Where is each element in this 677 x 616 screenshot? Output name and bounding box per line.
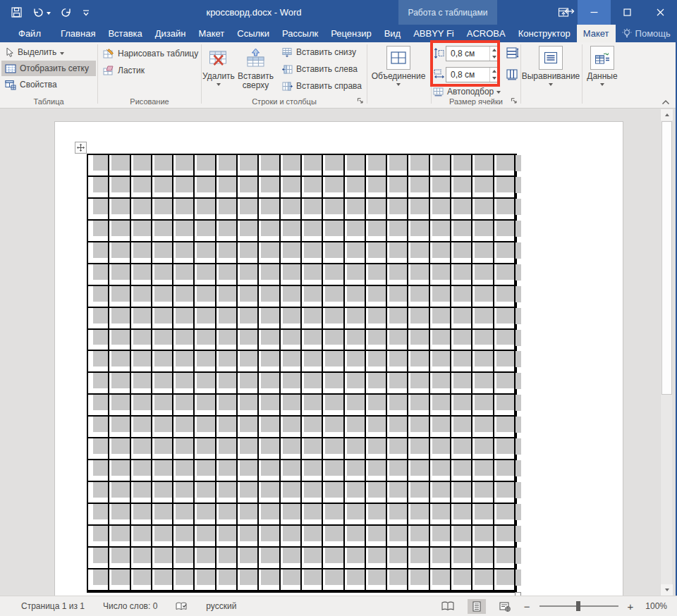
table-cell[interactable] (216, 264, 238, 286)
table-cell[interactable] (88, 526, 109, 548)
draw-table-button[interactable]: Нарисовать таблицу (99, 46, 200, 61)
table-cell[interactable] (472, 199, 494, 221)
table-cell[interactable] (366, 395, 387, 417)
table-cell[interactable] (109, 373, 130, 395)
table-cell[interactable] (408, 482, 429, 504)
table-cell[interactable] (323, 308, 344, 330)
table-cell[interactable] (472, 242, 494, 264)
table-cell[interactable] (302, 548, 323, 569)
table-cell[interactable] (387, 199, 408, 221)
table-cell[interactable] (259, 569, 280, 591)
table-cell[interactable] (387, 438, 408, 460)
table-cell[interactable] (302, 395, 323, 417)
table-cell[interactable] (152, 330, 173, 352)
table-cell[interactable] (323, 330, 344, 352)
table-cell[interactable] (281, 395, 302, 417)
table-cell[interactable] (472, 482, 494, 504)
table-cell[interactable] (152, 504, 173, 526)
table-cell[interactable] (173, 155, 195, 177)
table-cell[interactable] (281, 548, 302, 569)
table-cell[interactable] (109, 504, 130, 526)
table-cell[interactable] (88, 548, 109, 569)
table-cell[interactable] (88, 351, 109, 373)
table-cell[interactable] (109, 221, 130, 242)
table-cell[interactable] (131, 177, 152, 199)
table-cell[interactable] (152, 417, 173, 438)
table-cell[interactable] (195, 438, 216, 460)
table-cell[interactable] (451, 177, 472, 199)
table-cell[interactable] (302, 504, 323, 526)
redo-icon[interactable] (61, 7, 72, 18)
table-cell[interactable] (152, 199, 173, 221)
column-width-decrement-button[interactable] (490, 75, 498, 82)
table-cell[interactable] (195, 242, 216, 264)
table-cell[interactable] (173, 548, 195, 569)
table-cell[interactable] (430, 395, 451, 417)
table-cell[interactable] (387, 460, 408, 482)
table-cell[interactable] (323, 264, 344, 286)
table-cell[interactable] (109, 330, 130, 352)
table-cell[interactable] (302, 199, 323, 221)
table-cell[interactable] (152, 548, 173, 569)
table-cell[interactable] (323, 569, 344, 591)
insert-left-button[interactable]: Вставить слева (279, 61, 365, 77)
table-cell[interactable] (216, 373, 238, 395)
scroll-up-icon[interactable] (661, 109, 673, 121)
table-cell[interactable] (238, 526, 259, 548)
save-icon[interactable] (11, 7, 22, 18)
table-cell[interactable] (494, 351, 516, 373)
table-cell[interactable] (430, 460, 451, 482)
table-cell[interactable] (387, 242, 408, 264)
table-cell[interactable] (238, 264, 259, 286)
table-cell[interactable] (451, 526, 472, 548)
table-cell[interactable] (494, 395, 516, 417)
table-cell[interactable] (259, 417, 280, 438)
table-cell[interactable] (430, 199, 451, 221)
table-cell[interactable] (109, 242, 130, 264)
table-cell[interactable] (345, 286, 366, 308)
table-cell[interactable] (152, 264, 173, 286)
table-cell[interactable] (131, 482, 152, 504)
table-cell[interactable] (302, 482, 323, 504)
table-cell[interactable] (216, 199, 238, 221)
table-cell[interactable] (451, 438, 472, 460)
maximize-button[interactable] (611, 0, 644, 25)
table-cell[interactable] (216, 308, 238, 330)
table-cell[interactable] (238, 482, 259, 504)
table-cell[interactable] (173, 417, 195, 438)
table-cell[interactable] (238, 221, 259, 242)
zoom-slider-thumb[interactable] (576, 601, 580, 611)
table-cell[interactable] (472, 155, 494, 177)
tab-design[interactable]: Дизайн (149, 25, 193, 42)
table-cell[interactable] (152, 242, 173, 264)
table-cell[interactable] (451, 482, 472, 504)
table-cell[interactable] (216, 395, 238, 417)
table-cell[interactable] (281, 482, 302, 504)
table-cell[interactable] (88, 308, 109, 330)
scrollbar-thumb[interactable] (661, 121, 672, 395)
table-cell[interactable] (451, 351, 472, 373)
table-cell[interactable] (408, 548, 429, 569)
table-cell[interactable] (281, 460, 302, 482)
table-cell[interactable] (323, 177, 344, 199)
table-cell[interactable] (472, 286, 494, 308)
tab-insert[interactable]: Вставка (102, 25, 148, 42)
table-cell[interactable] (173, 351, 195, 373)
table-cell[interactable] (173, 242, 195, 264)
table-cell[interactable] (152, 155, 173, 177)
table-cell[interactable] (494, 199, 516, 221)
table-cell[interactable] (345, 504, 366, 526)
close-button[interactable] (644, 0, 677, 25)
table-cell[interactable] (302, 242, 323, 264)
table-cell[interactable] (173, 526, 195, 548)
table-cell[interactable] (152, 221, 173, 242)
table-cell[interactable] (281, 177, 302, 199)
table-cell[interactable] (345, 264, 366, 286)
table-cell[interactable] (494, 155, 516, 177)
distribute-columns-icon[interactable] (506, 68, 519, 80)
table-cell[interactable] (238, 548, 259, 569)
tab-home[interactable]: Главная (54, 25, 102, 42)
table-cell[interactable] (238, 286, 259, 308)
table-cell[interactable] (302, 351, 323, 373)
table-cell[interactable] (451, 460, 472, 482)
